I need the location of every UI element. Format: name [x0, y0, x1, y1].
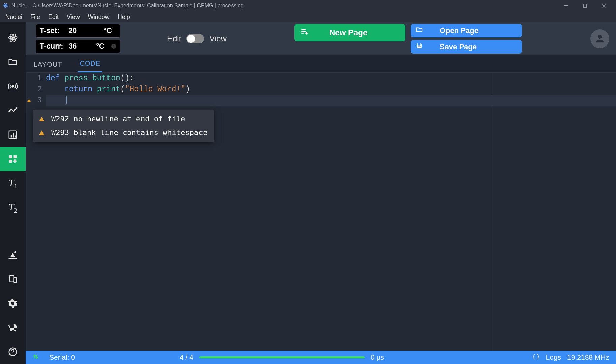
- construction-icon[interactable]: [0, 243, 26, 267]
- lint-warning-popup: W292 no newline at end of file W293 blan…: [33, 110, 214, 142]
- tab-layout[interactable]: LAYOUT: [32, 57, 64, 72]
- svg-rect-18: [14, 155, 17, 158]
- lint-message: W293 blank line contains whitespace: [51, 128, 208, 137]
- code-line[interactable]: [46, 95, 616, 106]
- transfer-icon: [32, 353, 39, 362]
- toolbar: T-set: 20 °C T-curr: 36 °C Edit View: [26, 22, 616, 55]
- trend-icon[interactable]: [0, 98, 26, 123]
- sidebar: T1 T2: [0, 22, 26, 364]
- code-line[interactable]: def press_button():: [46, 73, 616, 84]
- editor-ruler: [491, 73, 491, 351]
- t-curr-label: T-curr:: [40, 42, 63, 51]
- device-icon[interactable]: [0, 267, 26, 291]
- close-button[interactable]: [594, 0, 613, 11]
- svg-rect-5: [583, 4, 587, 7]
- menu-view[interactable]: View: [63, 12, 84, 22]
- svg-point-8: [12, 37, 14, 39]
- signal-icon[interactable]: [0, 74, 26, 98]
- edit-label: Edit: [167, 34, 181, 43]
- menubar: Nuclei File Edit View Window Help: [0, 11, 616, 22]
- save-page-label: Save Page: [440, 42, 477, 51]
- temp-indicator-icon: [111, 44, 116, 49]
- logs-button[interactable]: Logs: [546, 353, 561, 361]
- t-set-unit: °C: [103, 26, 112, 35]
- svg-rect-19: [9, 160, 12, 163]
- titlebar: Nuclei – C:\Users\WAR\Documents\Nuclei E…: [0, 0, 616, 11]
- svg-rect-15: [13, 133, 14, 138]
- title-text: Nuclei – C:\Users\WAR\Documents\Nuclei E…: [11, 3, 244, 9]
- view-label: View: [209, 34, 227, 43]
- tabbar: LAYOUT CODE: [26, 55, 616, 73]
- svg-rect-14: [11, 135, 12, 138]
- maximize-button[interactable]: [576, 0, 594, 11]
- line-number: 2: [32, 84, 42, 95]
- progress-bar: [199, 356, 365, 358]
- edit-view-toggle[interactable]: [186, 34, 204, 43]
- minimize-button[interactable]: [557, 0, 576, 11]
- gutter-warning-icon: [26, 95, 32, 106]
- menu-nuclei[interactable]: Nuclei: [1, 12, 26, 22]
- line-number: 3: [32, 95, 42, 106]
- menu-help[interactable]: Help: [114, 12, 134, 22]
- open-page-button[interactable]: Open Page: [411, 24, 522, 37]
- t2-icon[interactable]: T2: [0, 195, 26, 220]
- t1-icon[interactable]: T1: [0, 171, 26, 195]
- svg-point-20: [14, 251, 16, 253]
- t-curr-unit: °C: [96, 42, 104, 51]
- grid-plus-icon[interactable]: [0, 147, 26, 171]
- t-set-field[interactable]: T-set: 20 °C: [36, 24, 120, 38]
- stroller-icon[interactable]: [0, 315, 26, 340]
- save-page-button[interactable]: Save Page: [411, 40, 522, 54]
- svg-rect-17: [9, 155, 12, 158]
- svg-rect-21: [10, 275, 14, 282]
- playlist-add-icon: [300, 27, 309, 38]
- code-line[interactable]: return print("Hello Word!"): [46, 84, 616, 95]
- new-page-button[interactable]: New Page: [294, 24, 405, 41]
- svg-point-0: [5, 5, 6, 6]
- t-curr-field: T-curr: 36 °C: [36, 40, 120, 53]
- save-icon: [415, 42, 423, 52]
- app-icon: [3, 3, 9, 9]
- frequency-readout: 19.2188 MHz: [567, 353, 609, 361]
- progress-text: 4 / 4: [180, 353, 193, 361]
- warning-triangle-icon: [39, 130, 44, 135]
- line-number: 1: [32, 73, 42, 84]
- gear-icon[interactable]: [0, 291, 26, 315]
- t-curr-value: 36: [66, 42, 80, 51]
- code-editor[interactable]: 123 def press_button(): return print("He…: [26, 73, 616, 351]
- elapsed-time: 0 μs: [371, 353, 384, 361]
- open-page-label: Open Page: [440, 26, 479, 35]
- folder-icon[interactable]: [0, 50, 26, 74]
- svg-rect-22: [14, 278, 17, 283]
- t-set-label: T-set:: [40, 26, 63, 35]
- menu-window[interactable]: Window: [84, 12, 114, 22]
- tab-code[interactable]: CODE: [78, 56, 103, 72]
- svg-rect-16: [15, 136, 16, 138]
- atom-icon[interactable]: [0, 26, 26, 50]
- statusbar: Serial: 0 4 / 4 0 μs Logs 19.2188 MHz: [26, 351, 616, 364]
- t-set-value: 20: [66, 26, 80, 35]
- warning-triangle-icon: [39, 117, 44, 121]
- folder-open-icon: [415, 26, 423, 35]
- new-page-label: New Page: [329, 28, 367, 37]
- menu-edit[interactable]: Edit: [44, 12, 63, 22]
- help-icon[interactable]: [0, 340, 26, 364]
- serial-status: Serial: 0: [49, 353, 75, 361]
- svg-point-12: [12, 86, 14, 87]
- user-avatar[interactable]: [590, 29, 609, 48]
- svg-point-29: [598, 35, 602, 38]
- menu-file[interactable]: File: [26, 12, 44, 22]
- braces-icon[interactable]: [532, 353, 540, 362]
- chart-icon[interactable]: [0, 123, 26, 147]
- lint-message: W292 no newline at end of file: [51, 115, 185, 123]
